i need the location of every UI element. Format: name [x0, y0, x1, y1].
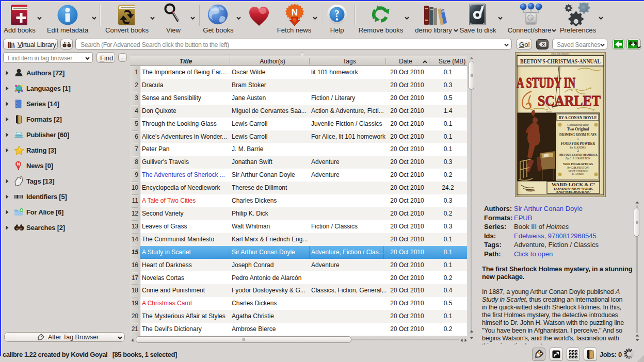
svg-text:Containing also: Containing also	[567, 123, 589, 126]
svg-text:DRAWING ROOM PLAYS: DRAWING ROOM PLAYS	[559, 133, 597, 137]
svg-text:With ENGRAVINGS: With ENGRAVINGS	[563, 162, 593, 166]
svg-text:BY A.CONAN DOYLE: BY A.CONAN DOYLE	[559, 115, 597, 120]
svg-text:2: 2	[577, 149, 579, 152]
svg-text:BEETON’S·CHRISTMAS·ANNUAL: BEETON’S·CHRISTMAS·ANNUAL	[520, 57, 601, 65]
svg-text:AND·MELBOURNE·: AND·MELBOURNE·	[556, 190, 591, 193]
svg-text:Two Original: Two Original	[567, 127, 589, 131]
svg-text:1: 1	[577, 137, 579, 140]
svg-text:FOOD FOR POWDER: FOOD FOR POWDER	[561, 141, 595, 146]
svg-text:R. ANDRÉ: R. ANDRÉ	[572, 173, 584, 175]
svg-text:THE FOUR LEAVED SHAMROCK: THE FOUR LEAVED SHAMROCK	[558, 153, 598, 156]
svg-text:A STUDY IN: A STUDY IN	[517, 74, 575, 91]
svg-text:N: N	[292, 8, 298, 18]
svg-text:By D.H.FRISTON: By D.H.FRISTON	[567, 166, 588, 169]
svg-text:PRICE ONE SHILLING: PRICE ONE SHILLING	[552, 53, 570, 55]
svg-text:By C. J. HAMILTON: By C. J. HAMILTON	[566, 157, 590, 160]
svg-text:N: N	[17, 161, 20, 167]
svg-text:SCARLET: SCARLET	[538, 92, 601, 109]
svg-text:MATT STRETCH: MATT STRETCH	[569, 170, 588, 172]
svg-text:?: ?	[334, 8, 340, 19]
